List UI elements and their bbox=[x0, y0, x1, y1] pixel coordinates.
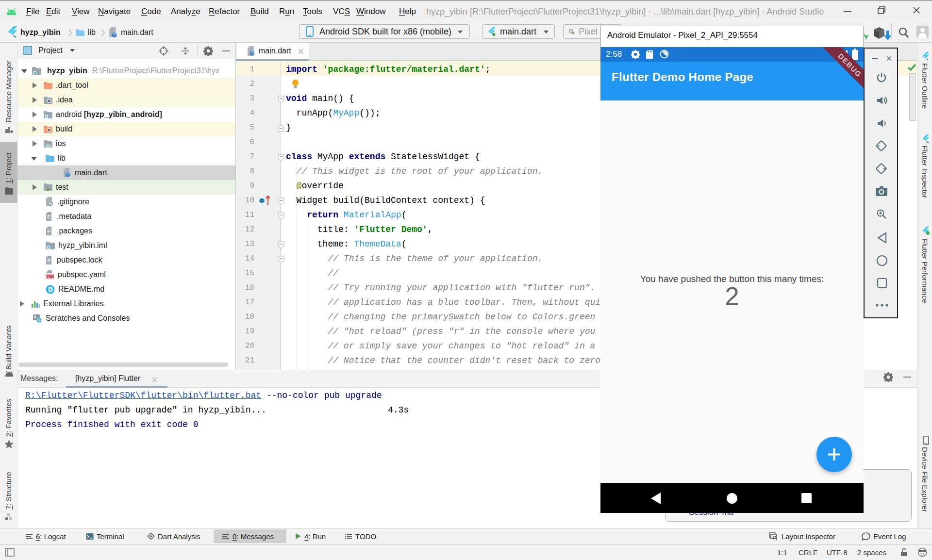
svg-text:YML: YML bbox=[47, 274, 55, 279]
